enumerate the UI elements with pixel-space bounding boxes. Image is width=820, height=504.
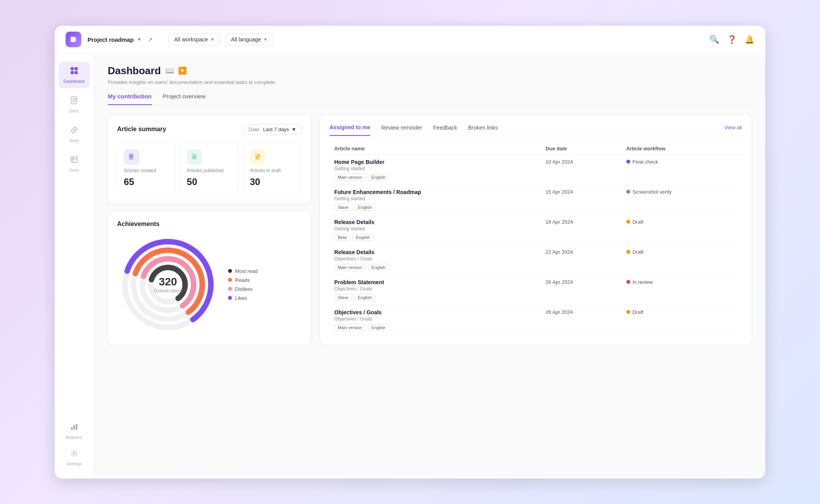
app-container: Project roadmap ▼ ↗ All workspace ▼ All … <box>55 26 765 479</box>
two-col-layout: Article summary Date: Last 7 days ▼ <box>108 115 751 345</box>
search-icon[interactable]: 🔍 <box>709 35 719 44</box>
article-name: Release Details <box>334 249 536 255</box>
sidebar-item-tools[interactable]: Tools <box>59 121 90 148</box>
svg-rect-14 <box>76 424 77 430</box>
svg-rect-1 <box>75 67 78 70</box>
svg-rect-12 <box>71 427 73 430</box>
stat-articles-created: Articles created 65 <box>117 142 175 194</box>
sidebar-item-dashboard[interactable]: Dashboard <box>59 62 90 88</box>
due-date: 18 Apr 2024 <box>545 219 617 225</box>
book-icon[interactable]: 📖 <box>166 66 174 75</box>
drive-icon <box>70 155 78 166</box>
dashboard-icon <box>70 66 78 77</box>
tab-review-reminder[interactable]: Review reminder <box>381 125 422 135</box>
workflow-label: Screenshot verify <box>633 189 672 195</box>
workflow-status: Screenshot verify <box>626 189 737 195</box>
sidebar: Dashboard Docs <box>55 54 94 479</box>
workflow-status: In review <box>626 279 737 285</box>
workflow-status: Draft <box>626 249 737 255</box>
table-row[interactable]: Future Enhancements / Roadmap Getting st… <box>330 185 742 215</box>
logo <box>66 32 81 47</box>
tab-feedback[interactable]: Feedback <box>433 125 457 135</box>
project-name[interactable]: Project roadmap ▼ <box>87 36 141 43</box>
tag-row: SlaveEnglish <box>334 204 536 211</box>
table-row[interactable]: Objectives / Goals Objectives / Goals Ma… <box>330 305 742 335</box>
tab-assigned-to-me[interactable]: Assigned to me <box>330 124 370 136</box>
workflow-status: Draft <box>626 309 737 315</box>
language-chevron-icon: ▼ <box>264 37 268 42</box>
sidebar-item-analytics[interactable]: Analytics <box>59 418 90 444</box>
svg-rect-3 <box>75 71 78 74</box>
col-due-date: Due date <box>541 142 622 155</box>
tag: Main version <box>334 324 365 331</box>
workflow-label: Final check <box>633 159 658 165</box>
tag: English <box>368 174 389 181</box>
svg-point-15 <box>73 452 75 454</box>
legend-dot-most-read <box>228 269 232 273</box>
article-name: Future Enhancements / Roadmap <box>334 189 536 195</box>
workflow-label: Draft <box>633 309 644 315</box>
svg-rect-0 <box>71 67 74 70</box>
tag: English <box>368 324 389 331</box>
top-bar-right: 🔍 ❓ 🔔 <box>709 35 754 44</box>
notification-icon[interactable]: 🔔 <box>745 35 754 44</box>
stats-row: Articles created 65 Arti <box>117 142 301 194</box>
tag: Slave <box>334 204 352 211</box>
achievements-title: Achievements <box>117 221 301 228</box>
external-link-icon[interactable]: ↗ <box>148 36 153 43</box>
tab-broken-links[interactable]: Broken links <box>468 125 498 135</box>
article-summary-card: Article summary Date: Last 7 days ▼ <box>108 115 311 203</box>
settings-icon <box>70 449 78 460</box>
article-section: Getting started <box>334 226 536 232</box>
workflow-dot <box>626 280 630 284</box>
tag: Main version <box>334 264 365 271</box>
right-column: Assigned to me Review reminder Feedback … <box>320 115 751 345</box>
stat-icon-created <box>124 149 139 165</box>
workflow-status: Final check <box>626 159 737 165</box>
col-workflow: Article workflow <box>622 142 742 155</box>
language-filter[interactable]: All language ▼ <box>225 34 274 45</box>
page-title: Dashboard <box>108 65 161 77</box>
col-article-name: Article name <box>330 142 541 155</box>
sidebar-item-docs[interactable]: Docs <box>59 91 90 118</box>
sidebar-item-drive[interactable]: Drive <box>59 151 90 177</box>
tag: Beta <box>334 234 350 241</box>
main-layout: Dashboard Docs <box>55 54 765 479</box>
table-row[interactable]: Release Details Objectives / Goals Main … <box>330 245 742 275</box>
tag: English <box>355 294 376 301</box>
article-name: Problem Statement <box>334 279 536 285</box>
svg-rect-13 <box>73 425 75 430</box>
workspace-filter[interactable]: All workspace ▼ <box>168 34 220 45</box>
table-row[interactable]: Release Details Getting started BetaEngl… <box>330 215 742 245</box>
top-bar-filters: All workspace ▼ All language ▼ <box>168 34 273 45</box>
project-chevron-icon: ▼ <box>137 37 141 42</box>
article-table: Article name Due date Article workflow H… <box>330 142 742 335</box>
left-column: Article summary Date: Last 7 days ▼ <box>108 115 311 345</box>
article-section: Getting started <box>334 166 536 171</box>
donut-chart: 320 Overall views <box>117 234 219 335</box>
tag-row: Main versionEnglish <box>334 174 536 181</box>
view-all-button[interactable]: View all <box>724 125 742 135</box>
workflow-label: In review <box>633 279 653 285</box>
article-section: Objectives / Goals <box>334 256 536 262</box>
help-icon[interactable]: ❓ <box>727 35 737 44</box>
tab-project-overview[interactable]: Project overview <box>163 93 206 105</box>
achievements-card: Achievements <box>108 211 311 345</box>
table-header: Article name Due date Article workflow <box>330 142 742 155</box>
sidebar-item-settings[interactable]: Settings <box>59 444 90 471</box>
analytics-icon <box>70 422 78 433</box>
tag-row: Main versionEnglish <box>334 324 536 331</box>
docs-icon <box>70 96 78 107</box>
date-filter[interactable]: Date: Last 7 days ▼ <box>244 124 301 135</box>
article-name: Release Details <box>334 219 536 225</box>
article-section: Getting started <box>334 196 536 201</box>
legend-dot-dislikes <box>228 287 232 291</box>
legend-dislikes: Dislikes <box>228 286 258 292</box>
tag-row: Main versionEnglish <box>334 264 536 271</box>
tab-my-contribution[interactable]: My contribution <box>108 93 152 105</box>
table-row[interactable]: Problem Statement Objectives / Goals Sla… <box>330 275 742 305</box>
table-row[interactable]: Home Page Builder Getting started Main v… <box>330 155 742 185</box>
workflow-dot <box>626 310 630 314</box>
tag-row: SlaveEnglish <box>334 294 536 301</box>
play-icon[interactable]: ▶️ <box>178 66 187 75</box>
